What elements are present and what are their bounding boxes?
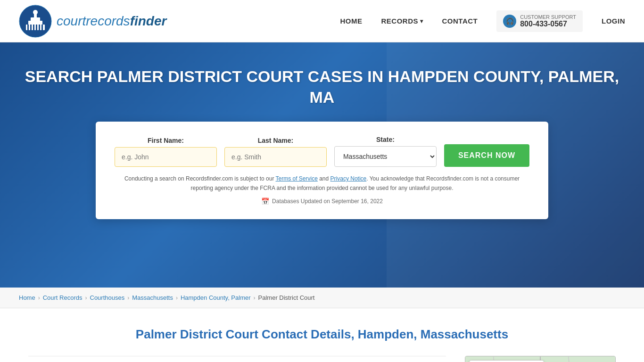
- svg-point-5: [33, 10, 38, 15]
- svg-rect-7: [30, 25, 32, 30]
- search-fields: First Name: Last Name: State: Massachuse…: [115, 136, 529, 167]
- breadcrumb-current: Palmer District Court: [258, 294, 315, 301]
- details-table: Court Name: Palmer District Court State:…: [28, 356, 446, 362]
- nav-login[interactable]: LOGIN: [602, 17, 625, 25]
- headset-icon: 🎧: [503, 15, 516, 28]
- svg-rect-10: [39, 25, 40, 30]
- logo-icon: [19, 5, 52, 38]
- support-info: CUSTOMER SUPPORT 800-433-0567: [520, 14, 576, 28]
- logo[interactable]: courtrecordsfinder: [19, 5, 166, 38]
- detail-row-court-name: Court Name: Palmer District Court: [28, 356, 446, 362]
- breadcrumb: Home › Court Records › Courthouses › Mas…: [0, 288, 644, 308]
- nav-contact[interactable]: CONTACT: [442, 17, 478, 25]
- breadcrumb-sep-4: ›: [176, 295, 178, 301]
- state-label: State:: [334, 136, 437, 143]
- first-name-group: First Name:: [115, 137, 217, 167]
- main-content: Palmer District Court Contact Details, H…: [0, 308, 644, 362]
- svg-rect-6: [27, 25, 29, 30]
- hero-title: SEARCH PALMER DISTRICT COURT CASES IN HA…: [19, 66, 625, 107]
- breadcrumb-sep-1: ›: [38, 295, 40, 301]
- main-nav: HOME RECORDS ▾ CONTACT 🎧 CUSTOMER SUPPOR…: [340, 10, 625, 32]
- svg-rect-8: [33, 25, 34, 30]
- first-name-input[interactable]: [115, 147, 217, 167]
- search-box: First Name: Last Name: State: Massachuse…: [96, 122, 548, 219]
- state-group: State: Massachusetts AlabamaAlaskaArizon…: [334, 136, 437, 167]
- breadcrumb-massachusetts[interactable]: Massachusetts: [132, 294, 173, 301]
- state-select[interactable]: Massachusetts AlabamaAlaskaArizonaArkans…: [334, 146, 437, 167]
- breadcrumb-sep-5: ›: [254, 295, 256, 301]
- breadcrumb-courthouses[interactable]: Courthouses: [90, 294, 125, 301]
- svg-rect-11: [41, 25, 43, 30]
- last-name-label: Last Name:: [224, 137, 327, 144]
- search-button[interactable]: SEARCH NOW: [444, 144, 529, 167]
- nav-records[interactable]: RECORDS ▾: [381, 17, 423, 25]
- support-phone: 800-433-0567: [520, 20, 576, 28]
- hero-section: SEARCH PALMER DISTRICT COURT CASES IN HA…: [0, 42, 644, 288]
- db-updated: 📅 Databases Updated on September 16, 202…: [115, 197, 529, 205]
- site-header: courtrecordsfinder HOME RECORDS ▾ CONTAC…: [0, 0, 644, 42]
- last-name-group: Last Name:: [224, 137, 327, 167]
- support-label: CUSTOMER SUPPORT: [520, 14, 576, 20]
- privacy-link[interactable]: Privacy Notice: [330, 175, 367, 182]
- map-container: 42°11'16.5"N 72°20'50... View larger map: [465, 356, 616, 362]
- nav-home[interactable]: HOME: [340, 17, 362, 25]
- breadcrumb-hampden[interactable]: Hampden County, Palmer: [181, 294, 251, 301]
- breadcrumb-sep-2: ›: [85, 295, 87, 301]
- disclaimer-text: Conducting a search on Recordsfinder.com…: [115, 174, 529, 192]
- breadcrumb-court-records[interactable]: Court Records: [43, 294, 83, 301]
- first-name-label: First Name:: [115, 137, 217, 144]
- section-title: Palmer District Court Contact Details, H…: [28, 327, 616, 342]
- map-label: 42°11'16.5"N 72°20'50... View larger map: [469, 360, 544, 362]
- svg-rect-9: [36, 25, 37, 30]
- details-map-container: Court Name: Palmer District Court State:…: [28, 356, 616, 362]
- map-box: 42°11'16.5"N 72°20'50... View larger map: [465, 356, 616, 362]
- calendar-icon: 📅: [261, 197, 269, 205]
- logo-text: courtrecordsfinder: [57, 14, 166, 29]
- chevron-down-icon: ▾: [420, 18, 423, 25]
- terms-link[interactable]: Terms of Service: [276, 175, 318, 182]
- last-name-input[interactable]: [224, 147, 327, 167]
- customer-support-block[interactable]: 🎧 CUSTOMER SUPPORT 800-433-0567: [496, 10, 583, 32]
- breadcrumb-home[interactable]: Home: [19, 294, 35, 301]
- breadcrumb-sep-3: ›: [127, 295, 129, 301]
